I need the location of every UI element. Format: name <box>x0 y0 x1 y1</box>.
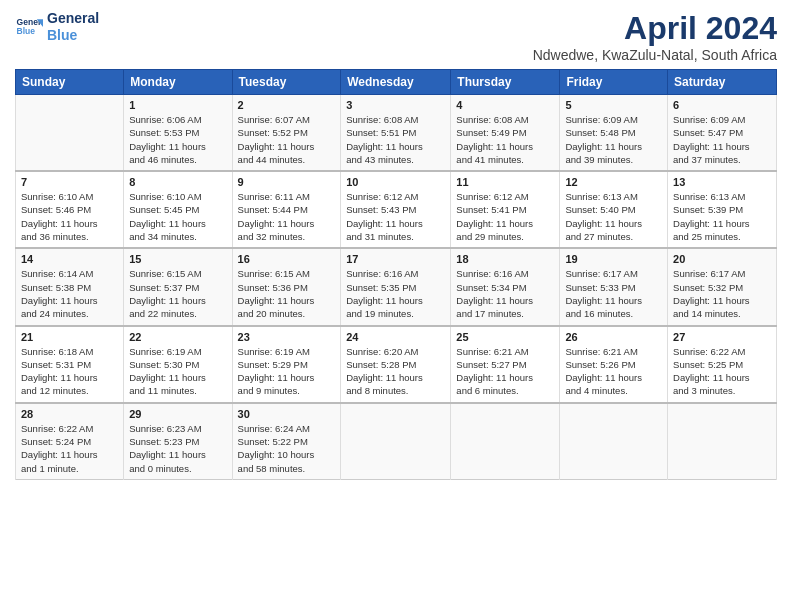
cell-date-number: 18 <box>456 253 554 265</box>
calendar-cell: 5Sunrise: 6:09 AM Sunset: 5:48 PM Daylig… <box>560 95 668 172</box>
calendar-week-row: 21Sunrise: 6:18 AM Sunset: 5:31 PM Dayli… <box>16 326 777 403</box>
cell-info-text: Sunrise: 6:22 AM Sunset: 5:24 PM Dayligh… <box>21 422 118 475</box>
cell-info-text: Sunrise: 6:07 AM Sunset: 5:52 PM Dayligh… <box>238 113 336 166</box>
calendar-cell: 3Sunrise: 6:08 AM Sunset: 5:51 PM Daylig… <box>341 95 451 172</box>
cell-info-text: Sunrise: 6:06 AM Sunset: 5:53 PM Dayligh… <box>129 113 226 166</box>
calendar-cell: 12Sunrise: 6:13 AM Sunset: 5:40 PM Dayli… <box>560 171 668 248</box>
calendar-cell: 28Sunrise: 6:22 AM Sunset: 5:24 PM Dayli… <box>16 403 124 480</box>
cell-info-text: Sunrise: 6:16 AM Sunset: 5:35 PM Dayligh… <box>346 267 445 320</box>
cell-date-number: 3 <box>346 99 445 111</box>
page: General Blue General Blue April 2024 Ndw… <box>0 0 792 612</box>
calendar-week-row: 28Sunrise: 6:22 AM Sunset: 5:24 PM Dayli… <box>16 403 777 480</box>
logo: General Blue General Blue <box>15 10 99 44</box>
cell-date-number: 10 <box>346 176 445 188</box>
calendar-cell: 19Sunrise: 6:17 AM Sunset: 5:33 PM Dayli… <box>560 248 668 325</box>
calendar-cell: 21Sunrise: 6:18 AM Sunset: 5:31 PM Dayli… <box>16 326 124 403</box>
cell-date-number: 4 <box>456 99 554 111</box>
calendar-cell: 7Sunrise: 6:10 AM Sunset: 5:46 PM Daylig… <box>16 171 124 248</box>
cell-date-number: 6 <box>673 99 771 111</box>
cell-date-number: 5 <box>565 99 662 111</box>
logo-blue: Blue <box>47 27 99 44</box>
calendar-cell: 2Sunrise: 6:07 AM Sunset: 5:52 PM Daylig… <box>232 95 341 172</box>
calendar-table: SundayMondayTuesdayWednesdayThursdayFrid… <box>15 69 777 480</box>
cell-date-number: 1 <box>129 99 226 111</box>
cell-date-number: 21 <box>21 331 118 343</box>
header-day-wednesday: Wednesday <box>341 70 451 95</box>
calendar-header-row: SundayMondayTuesdayWednesdayThursdayFrid… <box>16 70 777 95</box>
calendar-body: 1Sunrise: 6:06 AM Sunset: 5:53 PM Daylig… <box>16 95 777 480</box>
cell-date-number: 13 <box>673 176 771 188</box>
cell-date-number: 14 <box>21 253 118 265</box>
calendar-cell: 6Sunrise: 6:09 AM Sunset: 5:47 PM Daylig… <box>668 95 777 172</box>
cell-info-text: Sunrise: 6:10 AM Sunset: 5:45 PM Dayligh… <box>129 190 226 243</box>
cell-info-text: Sunrise: 6:14 AM Sunset: 5:38 PM Dayligh… <box>21 267 118 320</box>
cell-date-number: 25 <box>456 331 554 343</box>
cell-info-text: Sunrise: 6:17 AM Sunset: 5:32 PM Dayligh… <box>673 267 771 320</box>
cell-date-number: 24 <box>346 331 445 343</box>
calendar-cell: 22Sunrise: 6:19 AM Sunset: 5:30 PM Dayli… <box>124 326 232 403</box>
cell-date-number: 17 <box>346 253 445 265</box>
calendar-cell: 4Sunrise: 6:08 AM Sunset: 5:49 PM Daylig… <box>451 95 560 172</box>
cell-date-number: 22 <box>129 331 226 343</box>
header-day-monday: Monday <box>124 70 232 95</box>
calendar-week-row: 1Sunrise: 6:06 AM Sunset: 5:53 PM Daylig… <box>16 95 777 172</box>
cell-info-text: Sunrise: 6:11 AM Sunset: 5:44 PM Dayligh… <box>238 190 336 243</box>
calendar-cell: 10Sunrise: 6:12 AM Sunset: 5:43 PM Dayli… <box>341 171 451 248</box>
cell-date-number: 30 <box>238 408 336 420</box>
calendar-cell: 16Sunrise: 6:15 AM Sunset: 5:36 PM Dayli… <box>232 248 341 325</box>
cell-info-text: Sunrise: 6:15 AM Sunset: 5:37 PM Dayligh… <box>129 267 226 320</box>
logo-general: General <box>47 10 99 27</box>
cell-date-number: 11 <box>456 176 554 188</box>
cell-date-number: 2 <box>238 99 336 111</box>
calendar-cell <box>341 403 451 480</box>
cell-info-text: Sunrise: 6:19 AM Sunset: 5:29 PM Dayligh… <box>238 345 336 398</box>
header-day-tuesday: Tuesday <box>232 70 341 95</box>
cell-date-number: 26 <box>565 331 662 343</box>
calendar-cell <box>451 403 560 480</box>
title-block: April 2024 Ndwedwe, KwaZulu-Natal, South… <box>533 10 777 63</box>
cell-date-number: 19 <box>565 253 662 265</box>
header-day-sunday: Sunday <box>16 70 124 95</box>
cell-info-text: Sunrise: 6:13 AM Sunset: 5:39 PM Dayligh… <box>673 190 771 243</box>
calendar-cell: 30Sunrise: 6:24 AM Sunset: 5:22 PM Dayli… <box>232 403 341 480</box>
cell-date-number: 23 <box>238 331 336 343</box>
calendar-cell: 14Sunrise: 6:14 AM Sunset: 5:38 PM Dayli… <box>16 248 124 325</box>
cell-info-text: Sunrise: 6:08 AM Sunset: 5:49 PM Dayligh… <box>456 113 554 166</box>
svg-text:Blue: Blue <box>17 26 36 36</box>
subtitle: Ndwedwe, KwaZulu-Natal, South Africa <box>533 47 777 63</box>
cell-info-text: Sunrise: 6:09 AM Sunset: 5:48 PM Dayligh… <box>565 113 662 166</box>
cell-info-text: Sunrise: 6:18 AM Sunset: 5:31 PM Dayligh… <box>21 345 118 398</box>
cell-info-text: Sunrise: 6:12 AM Sunset: 5:41 PM Dayligh… <box>456 190 554 243</box>
calendar-cell: 8Sunrise: 6:10 AM Sunset: 5:45 PM Daylig… <box>124 171 232 248</box>
cell-date-number: 27 <box>673 331 771 343</box>
calendar-cell: 29Sunrise: 6:23 AM Sunset: 5:23 PM Dayli… <box>124 403 232 480</box>
logo-icon: General Blue <box>15 13 43 41</box>
cell-date-number: 7 <box>21 176 118 188</box>
cell-info-text: Sunrise: 6:20 AM Sunset: 5:28 PM Dayligh… <box>346 345 445 398</box>
cell-info-text: Sunrise: 6:22 AM Sunset: 5:25 PM Dayligh… <box>673 345 771 398</box>
cell-info-text: Sunrise: 6:09 AM Sunset: 5:47 PM Dayligh… <box>673 113 771 166</box>
main-title: April 2024 <box>533 10 777 47</box>
cell-date-number: 15 <box>129 253 226 265</box>
calendar-cell: 23Sunrise: 6:19 AM Sunset: 5:29 PM Dayli… <box>232 326 341 403</box>
cell-info-text: Sunrise: 6:21 AM Sunset: 5:26 PM Dayligh… <box>565 345 662 398</box>
calendar-cell: 1Sunrise: 6:06 AM Sunset: 5:53 PM Daylig… <box>124 95 232 172</box>
calendar-cell: 27Sunrise: 6:22 AM Sunset: 5:25 PM Dayli… <box>668 326 777 403</box>
calendar-week-row: 7Sunrise: 6:10 AM Sunset: 5:46 PM Daylig… <box>16 171 777 248</box>
header-day-thursday: Thursday <box>451 70 560 95</box>
cell-info-text: Sunrise: 6:13 AM Sunset: 5:40 PM Dayligh… <box>565 190 662 243</box>
cell-info-text: Sunrise: 6:24 AM Sunset: 5:22 PM Dayligh… <box>238 422 336 475</box>
cell-info-text: Sunrise: 6:12 AM Sunset: 5:43 PM Dayligh… <box>346 190 445 243</box>
cell-date-number: 16 <box>238 253 336 265</box>
cell-info-text: Sunrise: 6:08 AM Sunset: 5:51 PM Dayligh… <box>346 113 445 166</box>
calendar-cell: 25Sunrise: 6:21 AM Sunset: 5:27 PM Dayli… <box>451 326 560 403</box>
calendar-cell: 20Sunrise: 6:17 AM Sunset: 5:32 PM Dayli… <box>668 248 777 325</box>
cell-info-text: Sunrise: 6:23 AM Sunset: 5:23 PM Dayligh… <box>129 422 226 475</box>
calendar-cell: 24Sunrise: 6:20 AM Sunset: 5:28 PM Dayli… <box>341 326 451 403</box>
calendar-cell <box>16 95 124 172</box>
cell-date-number: 20 <box>673 253 771 265</box>
header: General Blue General Blue April 2024 Ndw… <box>15 10 777 63</box>
calendar-cell <box>668 403 777 480</box>
cell-info-text: Sunrise: 6:19 AM Sunset: 5:30 PM Dayligh… <box>129 345 226 398</box>
calendar-cell <box>560 403 668 480</box>
